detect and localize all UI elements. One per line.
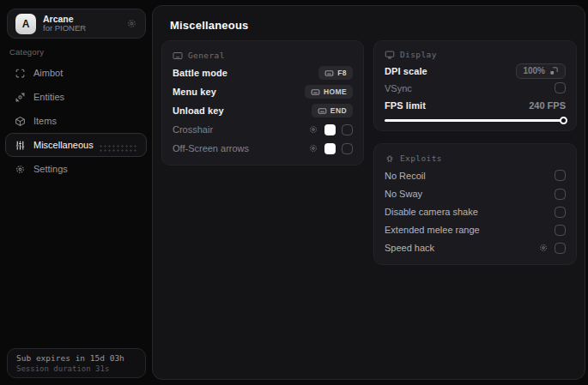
speed-hack-label: Speed hack xyxy=(385,243,434,253)
app-meta: Arcane for PIONER xyxy=(43,14,119,33)
dpi-scale-select[interactable]: 100% xyxy=(516,63,566,79)
vsync-row: VSync xyxy=(385,80,566,97)
keyboard-icon xyxy=(324,69,334,78)
app-logo: A xyxy=(15,14,36,34)
crosshair-checkbox[interactable] xyxy=(342,124,353,135)
exploits-card-header: Exploits xyxy=(385,151,566,165)
extended-melee-range-checkbox[interactable] xyxy=(555,225,566,236)
orbit-icon xyxy=(15,92,26,103)
slider-fill xyxy=(385,119,566,122)
general-card: General Battle mode F8 Menu key xyxy=(161,40,364,165)
battle-mode-keybind[interactable]: F8 xyxy=(318,66,353,80)
offscreen-arrows-label: Off-Screen arrows xyxy=(173,143,249,153)
sidebar-item-label: Entities xyxy=(33,92,64,102)
app-header-card: A Arcane for PIONER xyxy=(7,9,146,39)
crosshair-color-swatch[interactable] xyxy=(324,124,336,135)
gear-icon[interactable] xyxy=(538,243,549,253)
extended-melee-range-row: Extended melee range xyxy=(385,221,566,239)
sidebar-item-miscellaneous[interactable]: Miscellaneous xyxy=(5,133,147,157)
fps-limit-slider[interactable] xyxy=(385,117,566,123)
display-card: Display DPI scale 100% VSync xyxy=(373,40,577,131)
sliders-icon xyxy=(15,140,26,151)
vsync-checkbox[interactable] xyxy=(555,82,566,93)
sidebar-item-label: Items xyxy=(33,116,57,126)
keyboard-icon xyxy=(318,106,327,116)
speed-hack-checkbox[interactable] xyxy=(555,243,566,254)
unload-key-keybind[interactable]: END xyxy=(312,104,353,117)
fps-limit-row: FPS limit 240 FPS xyxy=(385,97,566,114)
fps-limit-label: FPS limit xyxy=(385,100,426,111)
monitor-icon xyxy=(385,50,395,60)
battle-mode-key: F8 xyxy=(337,69,347,77)
sidebar-item-label: Aimbot xyxy=(33,68,63,78)
crosshair-scan-icon xyxy=(15,68,26,79)
main-panel: Miscellaneous General Battle mode xyxy=(152,5,585,380)
sidebar-item-items[interactable]: Items xyxy=(5,109,147,133)
offscreen-arrows-row: Off-Screen arrows xyxy=(173,139,353,158)
app-subtitle: for PIONER xyxy=(43,24,119,33)
crosshair-controls xyxy=(308,124,353,135)
no-sway-label: No Sway xyxy=(385,189,422,199)
bug-icon xyxy=(385,153,395,164)
speed-hack-controls xyxy=(538,243,566,254)
sidebar: A Arcane for PIONER Category Aimbot xyxy=(0,0,152,385)
package-box-icon xyxy=(15,116,26,127)
offscreen-checkbox[interactable] xyxy=(342,143,353,154)
no-recoil-label: No Recoil xyxy=(385,171,426,181)
display-card-title: Display xyxy=(400,50,437,59)
disable-camera-shake-label: Disable camera shake xyxy=(385,207,478,217)
exploits-card-title: Exploits xyxy=(400,153,442,163)
slider-knob[interactable] xyxy=(560,117,567,124)
menu-key-row: Menu key HOME xyxy=(173,82,353,101)
crosshair-row: Crosshair xyxy=(173,120,353,139)
battle-mode-label: Battle mode xyxy=(173,68,227,78)
unload-key-key: END xyxy=(330,106,347,115)
offscreen-controls xyxy=(308,143,353,154)
app-window: A Arcane for PIONER Category Aimbot xyxy=(0,0,588,385)
vsync-label: VSync xyxy=(385,83,412,93)
sidebar-item-label: Settings xyxy=(33,164,68,174)
category-nav: Aimbot Entities Items xyxy=(5,61,147,181)
general-card-title: General xyxy=(188,51,225,60)
crosshair-label: Crosshair xyxy=(173,124,213,135)
dpi-scale-row: DPI scale 100% xyxy=(385,63,566,80)
extended-melee-range-label: Extended melee range xyxy=(385,225,480,235)
display-card-header: Display xyxy=(385,48,566,62)
offscreen-color-swatch[interactable] xyxy=(324,143,336,154)
session-duration-text: Session duration 31s xyxy=(16,364,136,373)
sub-expiry-text: Sub expires in 15d 03h xyxy=(16,353,136,363)
dpi-scale-value: 100% xyxy=(523,66,545,75)
dpi-scale-label: DPI scale xyxy=(385,66,427,76)
page-title: Miscellaneous xyxy=(170,19,248,32)
gear-icon[interactable] xyxy=(308,124,318,135)
disable-camera-shake-checkbox[interactable] xyxy=(555,207,566,218)
no-sway-checkbox[interactable] xyxy=(555,189,566,200)
decorative-dots xyxy=(99,144,138,152)
keyboard-icon xyxy=(173,51,183,61)
unload-key-row: Unload key END xyxy=(173,101,353,120)
gear-icon xyxy=(15,164,26,175)
battle-mode-row: Battle mode F8 xyxy=(173,63,353,82)
keyboard-icon xyxy=(311,87,320,97)
disable-camera-shake-row: Disable camera shake xyxy=(385,203,566,221)
general-card-header: General xyxy=(173,48,353,63)
scale-icon xyxy=(549,66,559,75)
no-sway-row: No Sway xyxy=(385,184,566,202)
menu-key-key: HOME xyxy=(324,87,347,96)
category-label: Category xyxy=(9,47,44,57)
exploits-card: Exploits No Recoil No Sway Disable camer… xyxy=(373,143,577,265)
menu-key-keybind[interactable]: HOME xyxy=(305,85,353,99)
no-recoil-row: No Recoil xyxy=(385,166,566,184)
fps-limit-value: 240 FPS xyxy=(529,100,566,111)
menu-key-label: Menu key xyxy=(173,87,216,97)
sidebar-item-entities[interactable]: Entities xyxy=(5,85,147,109)
sidebar-item-settings[interactable]: Settings xyxy=(5,157,147,181)
subscription-status-card: Sub expires in 15d 03h Session duration … xyxy=(7,348,146,378)
speed-hack-row: Speed hack xyxy=(385,239,566,257)
sidebar-item-label: Miscellaneous xyxy=(33,140,94,150)
no-recoil-checkbox[interactable] xyxy=(555,170,566,181)
gear-icon[interactable] xyxy=(126,18,137,29)
gear-icon[interactable] xyxy=(308,143,318,153)
unload-key-label: Unload key xyxy=(173,105,224,116)
sidebar-item-aimbot[interactable]: Aimbot xyxy=(5,61,147,85)
